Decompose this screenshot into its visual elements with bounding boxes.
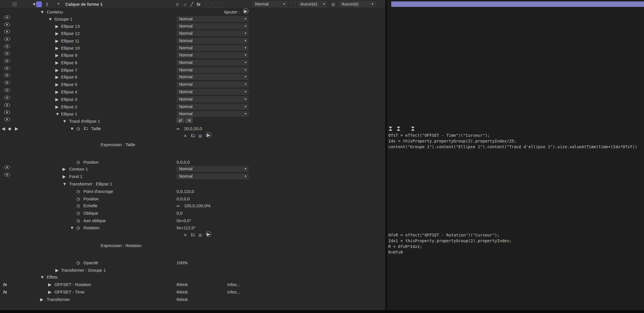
next-keyframe-icon[interactable]: ▶ — [15, 125, 18, 132]
quality-icon[interactable]: ╱ — [191, 0, 193, 8]
blend-mode-select[interactable]: Normal▼ — [177, 89, 249, 95]
property-value[interactable]: Réinit. — [177, 296, 189, 303]
twirl-down-icon[interactable]: ▼ — [62, 180, 67, 188]
blend-mode-dropdown[interactable]: Normal ▼ — [252, 1, 287, 7]
blend-mode-select[interactable]: Normal▼ — [177, 45, 249, 51]
stopwatch-icon[interactable]: ◷ — [76, 159, 80, 166]
trkmat-dropdown[interactable]: Aucun(e) ▼ — [298, 1, 327, 7]
eye-icon[interactable] — [4, 15, 10, 19]
eye-icon[interactable] — [4, 110, 10, 114]
effect-options-link[interactable]: Infos... — [227, 288, 240, 296]
blend-mode-select[interactable]: Normal▼ — [177, 74, 249, 80]
twirl-right-icon[interactable]: ▶ — [55, 96, 59, 103]
property-label[interactable]: Contour 1 — [69, 165, 88, 173]
twirl-down-icon[interactable]: ▼ — [40, 273, 44, 281]
blend-mode-select[interactable]: Normal▼ — [177, 166, 249, 172]
eye-icon[interactable] — [4, 44, 10, 48]
collapse-transformations-icon[interactable]: ☼ — [183, 0, 187, 8]
property-label[interactable]: Position — [83, 159, 99, 166]
property-value[interactable]: 0,0 — [177, 210, 183, 217]
twirl-down-icon[interactable]: ▼ — [40, 8, 44, 16]
expression-line[interactable]: Idx = thisProperty.propertyGroup(2).prop… — [388, 138, 637, 144]
eye-icon[interactable] — [4, 52, 10, 55]
property-label[interactable]: Ellipse 1 — [61, 110, 77, 118]
property-value[interactable]: 100% — [177, 259, 187, 267]
property-label[interactable]: OFFSET - Time — [54, 288, 85, 296]
property-value[interactable]: 0,0,0,0 — [177, 195, 190, 203]
stopwatch-icon[interactable]: ◷ — [76, 224, 80, 232]
graph-icon[interactable] — [84, 125, 89, 132]
property-label[interactable]: Ellipse 6 — [61, 73, 77, 81]
twirl-right-icon[interactable]: ▶ — [55, 103, 59, 111]
property-label[interactable]: Ellipse 2 — [61, 103, 77, 111]
expression-text-size[interactable]: OfsT = effect("OFFSET - Time")("Curseur"… — [388, 132, 637, 150]
property-label[interactable]: Echelle — [83, 202, 97, 210]
property-label[interactable]: Ellipse 9 — [61, 52, 77, 59]
blend-mode-select[interactable]: Normal▼ — [177, 67, 249, 73]
blend-mode-select[interactable]: Normal▼ — [177, 81, 249, 87]
blend-mode-select[interactable]: Normal▼ — [177, 104, 249, 110]
twirl-right-icon[interactable]: ▶ — [55, 44, 59, 52]
blend-mode-select[interactable]: Normal▼ — [177, 173, 249, 179]
stopwatch-icon[interactable]: ◷ — [76, 125, 80, 132]
blend-mode-select[interactable]: Normal▼ — [177, 30, 249, 36]
twirl-right-icon[interactable]: ▶ — [55, 66, 59, 74]
stopwatch-icon[interactable]: ◷ — [76, 195, 80, 203]
property-label[interactable]: Taille — [91, 125, 101, 132]
effects-icon[interactable]: fx — [197, 0, 200, 8]
stopwatch-icon[interactable]: ◷ — [76, 259, 80, 267]
property-label[interactable]: Groupe 1 — [54, 15, 73, 23]
layer-row[interactable]: ▼ 2 * Calque de forme 1 ☺ ☼ ╱ fx Normal … — [0, 0, 385, 9]
property-value[interactable]: 0x+0,0° — [177, 217, 191, 224]
expression-text-rotation[interactable]: OfsR = effect("OFFSET - Rotation")("Curs… — [388, 232, 512, 255]
keyframe-icon[interactable] — [411, 126, 415, 132]
eye-icon[interactable] — [4, 73, 10, 77]
expression-pickwhip-icon[interactable]: ◎ — [198, 231, 202, 239]
layer-twirl-down-icon[interactable]: ▼ — [32, 0, 36, 8]
blend-mode-select[interactable]: Normal▼ — [177, 16, 249, 22]
property-value[interactable]: Réinit. — [177, 288, 189, 296]
twirl-right-icon[interactable]: ▶ — [55, 73, 59, 81]
property-label[interactable]: Rotation — [83, 224, 99, 232]
twirl-down-icon[interactable]: ▼ — [70, 125, 74, 132]
property-label[interactable]: Point d'ancrage — [83, 188, 113, 195]
property-label[interactable]: OFFSET - Rotation — [54, 281, 91, 288]
stopwatch-icon[interactable]: ◷ — [76, 188, 80, 195]
property-value[interactable]: 0,0,0,0 — [177, 159, 190, 166]
property-label[interactable]: Oblique — [83, 210, 98, 217]
eye-icon[interactable] — [4, 103, 10, 107]
property-label[interactable]: Ellipse 8 — [61, 59, 77, 66]
twirl-right-icon[interactable]: ▶ — [55, 88, 59, 96]
layer-duration-bar[interactable] — [391, 1, 644, 7]
link-dimensions-icon[interactable]: ∞ — [177, 125, 180, 132]
twirl-down-icon[interactable]: ▼ — [55, 110, 60, 118]
expression-enable-icon[interactable]: = — [184, 132, 187, 140]
property-value[interactable]: Réinit. — [177, 281, 189, 288]
expression-line[interactable]: content("Groupe 1").content("Ellipse 1")… — [388, 144, 637, 150]
parent-dropdown[interactable]: Aucun(e) ▼ — [339, 1, 376, 7]
blend-mode-select[interactable]: Normal▼ — [177, 52, 249, 58]
twirl-right-icon[interactable]: ▶ — [55, 23, 59, 30]
motion-blur-box[interactable] — [212, 2, 217, 7]
eye-icon[interactable] — [4, 59, 10, 63]
property-label[interactable]: Ellipse 13 — [61, 23, 80, 30]
keyframe-icon[interactable] — [388, 126, 393, 132]
stopwatch-icon[interactable]: ◷ — [76, 202, 80, 210]
property-label[interactable]: Opacité — [83, 259, 98, 267]
property-label[interactable]: Transformer — [47, 296, 70, 303]
layer-switch-box[interactable] — [12, 2, 17, 7]
link-dimensions-icon[interactable]: ∞ — [177, 202, 180, 210]
twirl-down-icon[interactable]: ▼ — [70, 224, 74, 232]
expression-language-icon[interactable]: ▶ — [206, 132, 211, 138]
expression-line[interactable]: OfsT = effect("OFFSET - Time")("Curseur"… — [388, 132, 637, 138]
blend-mode-select[interactable]: Normal▼ — [177, 23, 249, 29]
eye-icon[interactable] — [4, 30, 10, 34]
keyframe-icon[interactable] — [396, 126, 401, 132]
twirl-right-icon[interactable]: ▶ — [55, 81, 59, 88]
twirl-right-icon[interactable]: ▶ — [55, 59, 59, 66]
property-label[interactable]: Axe oblique — [83, 217, 106, 224]
property-label[interactable]: Transformer : Groupe 1 — [61, 267, 106, 274]
property-value[interactable]: 0x+112,0° — [177, 224, 196, 232]
property-label[interactable]: Ellipse 7 — [61, 66, 77, 74]
property-label[interactable]: Tracé d'ellipse 1 — [69, 118, 100, 125]
